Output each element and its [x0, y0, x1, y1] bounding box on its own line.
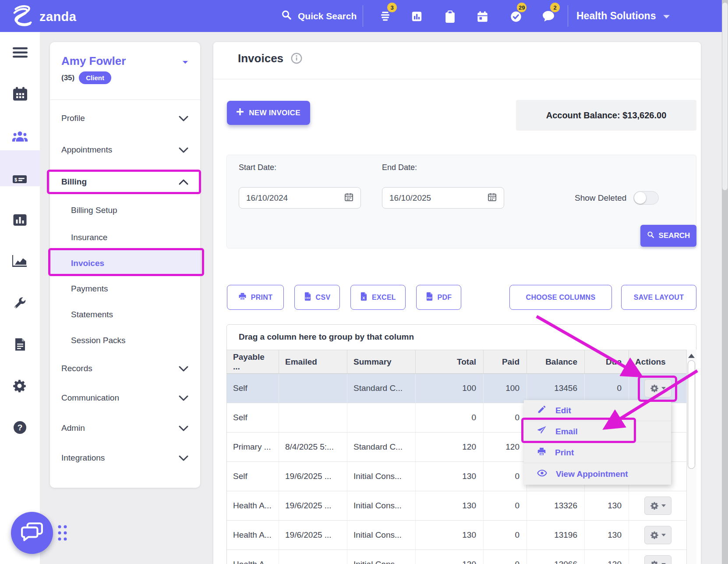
table-scrollbar-thumb[interactable]: [688, 360, 695, 469]
sidebar-item-session-packs[interactable]: Session Packs: [71, 334, 189, 347]
sidebar-item-billing[interactable]: Billing: [61, 175, 180, 188]
settings-gear-icon[interactable]: [12, 379, 27, 395]
page-scrollbar-thumb[interactable]: [722, 3, 728, 190]
pdf-button[interactable]: PDF PDF: [416, 285, 461, 310]
info-icon[interactable]: [291, 53, 302, 66]
cell-payable: Self: [227, 374, 279, 403]
messages-icon[interactable]: [542, 11, 554, 22]
cell-actions: [629, 550, 686, 564]
table-row[interactable]: Self Standard C... 100 100 13456 0: [227, 374, 686, 403]
sidebar-item-statements[interactable]: Statements: [71, 308, 189, 321]
reports-icon[interactable]: [13, 214, 27, 228]
notes-file-icon[interactable]: [14, 337, 26, 353]
row-actions-button[interactable]: [644, 497, 671, 515]
cell-balance: 13456: [527, 374, 585, 403]
help-icon[interactable]: ?: [13, 421, 27, 436]
show-deleted-control: Show Deleted: [575, 187, 659, 209]
sidebar-item-appointments[interactable]: Appointments: [61, 143, 180, 156]
sidebar-item-billing-setup[interactable]: Billing Setup: [71, 204, 189, 217]
sidebar-item-communication[interactable]: Communication: [61, 391, 180, 404]
calendar-sidebar-icon[interactable]: [13, 87, 28, 103]
cell-actions: [629, 491, 686, 520]
menu-item-view-appointment[interactable]: View Appointment: [524, 463, 671, 485]
print-button[interactable]: PRINT: [227, 285, 284, 310]
sidebar-item-profile[interactable]: Profile: [61, 112, 180, 125]
printer-icon: [238, 292, 247, 302]
new-invoice-button[interactable]: NEW INVOICE: [227, 101, 310, 125]
cell-payable: Self: [227, 403, 279, 432]
menu-item-edit[interactable]: Edit: [524, 400, 671, 421]
col-payable[interactable]: Payable ...: [227, 350, 279, 373]
top-nav: zanda Quick Search 3 29 2: [0, 0, 728, 32]
calendar-picker-icon[interactable]: [344, 192, 353, 204]
cell-payable: Health A...: [227, 521, 279, 550]
col-emailed[interactable]: Emailed: [279, 350, 347, 373]
cell-total: 130: [416, 550, 484, 564]
sidebar-item-records[interactable]: Records: [61, 362, 180, 375]
zanda-logo-icon: [11, 4, 34, 29]
csv-button[interactable]: CSV CSV: [294, 285, 340, 310]
end-date-label: End Date:: [382, 163, 417, 172]
cell-emailed: [279, 550, 347, 564]
cell-payable: Health A...: [227, 550, 279, 564]
clients-icon[interactable]: [12, 130, 28, 145]
table-row[interactable]: Health A... 19/6/2025 ... Initial Cons..…: [227, 491, 686, 521]
sidebar-item-payments[interactable]: Payments: [71, 282, 189, 295]
show-deleted-toggle[interactable]: [633, 191, 659, 205]
excel-button[interactable]: X EXCEL: [350, 285, 406, 310]
divider: [50, 99, 200, 100]
save-layout-button[interactable]: SAVE LAYOUT: [621, 285, 696, 310]
chat-bubbles-icon: [20, 521, 44, 544]
table-row[interactable]: Health A... Initial Cons... 130 0 13066 …: [227, 550, 686, 564]
start-date-input[interactable]: 16/10/2024: [239, 187, 361, 209]
billing-money-icon[interactable]: $: [12, 174, 27, 187]
waitlist-icon[interactable]: [379, 11, 391, 22]
col-balance[interactable]: Balance: [527, 350, 585, 373]
menu-hamburger-icon[interactable]: [13, 47, 28, 60]
csv-label: CSV: [316, 294, 331, 302]
cell-due: 130: [585, 491, 629, 520]
tools-wrench-icon[interactable]: [12, 296, 27, 312]
cell-payable: Primary ...: [227, 433, 279, 461]
col-paid[interactable]: Paid: [484, 350, 527, 373]
clipboard-icon[interactable]: [445, 11, 456, 22]
file-csv-icon: CSV: [304, 292, 311, 303]
menu-item-email[interactable]: Email: [524, 421, 671, 442]
sidebar-item-invoices[interactable]: Invoices: [71, 257, 189, 270]
account-menu[interactable]: Health Solutions: [576, 0, 670, 32]
row-actions-button[interactable]: [644, 555, 671, 564]
tasks-icon[interactable]: [510, 11, 522, 22]
cell-total: 100: [416, 374, 484, 403]
end-date-input[interactable]: 16/10/2025: [382, 187, 504, 209]
cell-summary: Initial Cons...: [347, 550, 416, 564]
sidebar-item-integrations[interactable]: Integrations: [61, 451, 180, 465]
drag-handle-dots[interactable]: [57, 524, 68, 543]
col-due[interactable]: Due: [585, 350, 629, 373]
col-summary[interactable]: Summary: [347, 350, 416, 373]
calendar-picker-icon[interactable]: [488, 192, 497, 204]
row-actions-button[interactable]: [644, 526, 671, 544]
cell-paid: 0: [484, 491, 527, 520]
messages-badge: 2: [550, 3, 560, 12]
brand[interactable]: zanda: [11, 4, 76, 29]
chat-fab-button[interactable]: [11, 512, 53, 554]
sidebar-item-admin[interactable]: Admin: [61, 422, 180, 435]
calendar-icon[interactable]: [477, 11, 488, 22]
cell-paid: 0: [484, 403, 527, 432]
client-caret-down-icon[interactable]: [182, 59, 188, 67]
choose-columns-button[interactable]: CHOOSE COLUMNS: [509, 285, 612, 310]
quick-search[interactable]: Quick Search: [281, 0, 357, 32]
table-row[interactable]: Health A... 19/6/2025 ... Initial Cons..…: [227, 521, 686, 550]
bar-chart-icon[interactable]: [411, 11, 423, 22]
analytics-icon[interactable]: [12, 254, 27, 269]
sidebar-item-insurance[interactable]: Insurance: [71, 231, 189, 244]
row-actions-button[interactable]: [644, 379, 671, 397]
search-button[interactable]: SEARCH: [640, 225, 696, 247]
menu-item-print[interactable]: Print: [524, 442, 671, 463]
col-total[interactable]: Total: [416, 350, 484, 373]
client-name[interactable]: Amy Fowler: [61, 54, 126, 68]
start-date-value: 16/10/2024: [246, 193, 288, 203]
cell-summary: Standard C...: [347, 433, 416, 461]
page-scrollbar[interactable]: [722, 0, 728, 564]
scroll-up-icon[interactable]: [688, 352, 695, 360]
